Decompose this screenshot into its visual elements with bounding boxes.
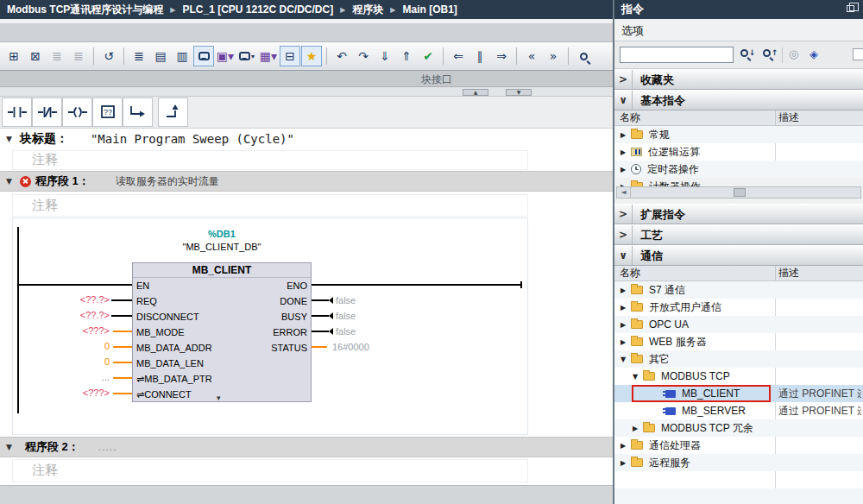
- network-comments-button[interactable]: ▥: [172, 46, 192, 66]
- interface-splitter[interactable]: ▲ ▼: [0, 87, 613, 97]
- disconnect-operand[interactable]: <??.?>: [35, 309, 110, 321]
- go-online-button[interactable]: ✔: [418, 46, 438, 66]
- breadcrumb-project[interactable]: Modbus TCP通讯程序设计与编程: [7, 3, 163, 17]
- expand-arrow-icon[interactable]: ▶: [619, 442, 627, 450]
- filter-profile-button[interactable]: ◎: [789, 47, 798, 60]
- chevron-right-icon[interactable]: >: [614, 70, 633, 89]
- close-branch-button[interactable]: [158, 98, 188, 127]
- column-desc-label[interactable]: 描述: [778, 266, 799, 280]
- reset-start-values-button[interactable]: ↺: [98, 46, 119, 66]
- network-1-canvas[interactable]: %DB1 "MB_CLIENT_DB" MB_CLIENT EN REQ DIS…: [12, 217, 528, 435]
- float-window-icon[interactable]: [847, 5, 854, 12]
- busy-value[interactable]: false: [336, 310, 356, 322]
- toggle-comments-button[interactable]: [193, 46, 214, 66]
- mb-client-block[interactable]: MB_CLIENT EN REQ DISCONNECT MB_MODE MB_D…: [132, 262, 312, 402]
- pin-eno[interactable]: ENO: [224, 278, 311, 293]
- tree-item-modbus-tcp[interactable]: ▼ MODBUS TCP: [614, 368, 863, 385]
- basic-horizontal-scrollbar[interactable]: ◄: [616, 186, 861, 198]
- block-title-value[interactable]: "Main Program Sweep (Cycle)": [91, 132, 294, 146]
- network-1-title[interactable]: 读取服务器的实时流量: [116, 174, 219, 189]
- section-technology[interactable]: > 工艺: [614, 224, 863, 245]
- next-bookmark-button[interactable]: »: [543, 46, 564, 66]
- breadcrumb-program-blocks[interactable]: 程序块: [352, 3, 383, 17]
- block-collapse-icon[interactable]: ▾: [217, 394, 221, 402]
- options-bar[interactable]: 选项: [614, 19, 863, 41]
- column-name-label[interactable]: 名称: [620, 111, 640, 123]
- collapse-arrow-icon[interactable]: ▼: [6, 443, 16, 451]
- network-2-comment[interactable]: 注释: [12, 459, 528, 482]
- download-block-button[interactable]: ⇓: [375, 46, 395, 66]
- tree-item-s7-communication[interactable]: ▶ S7 通信: [614, 281, 863, 299]
- breadcrumb-plc[interactable]: PLC_1 [CPU 1212C DC/DC/DC]: [182, 3, 333, 16]
- operand-format-button[interactable]: ▦▾: [258, 46, 279, 66]
- breadcrumb-main-ob1[interactable]: Main [OB1]: [403, 3, 457, 16]
- previous-error-button[interactable]: ↶: [331, 46, 352, 66]
- find-replace-button[interactable]: [573, 46, 594, 66]
- chevron-down-icon[interactable]: ∨: [614, 246, 633, 265]
- tree-item-general[interactable]: ▶ 常规: [614, 126, 863, 143]
- find-previous-button[interactable]: ↑: [763, 48, 778, 57]
- insert-network-button[interactable]: ⊞: [3, 46, 24, 66]
- tree-item-opc-ua[interactable]: ▶ OPC UA: [614, 316, 863, 333]
- scroll-left-button[interactable]: ◄: [617, 187, 631, 198]
- instance-db-name[interactable]: "MB_CLIENT_DB": [132, 242, 312, 252]
- pin-error[interactable]: ERROR: [224, 324, 311, 340]
- column-divider[interactable]: [775, 266, 776, 281]
- tree-item-web-server[interactable]: ▶ WEB 服务器: [614, 333, 863, 350]
- box-parameters-button[interactable]: ▣▾: [215, 46, 236, 66]
- section-favorites[interactable]: > 收藏夹: [614, 69, 863, 90]
- expand-arrow-icon[interactable]: ▶: [619, 131, 627, 139]
- next-error-button[interactable]: ↷: [353, 46, 374, 66]
- expand-arrow-icon[interactable]: ▶: [619, 321, 627, 329]
- tree-item-timers[interactable]: ▶ 定时器操作: [614, 161, 863, 178]
- tree-item-communication-processors[interactable]: ▶ 通信处理器: [614, 437, 863, 454]
- expand-arrow-icon[interactable]: ▼: [619, 356, 627, 363]
- delete-row-button[interactable]: ≣: [68, 46, 89, 66]
- insert-comment-button[interactable]: ▾: [236, 46, 257, 66]
- status-value[interactable]: 16#0000: [332, 341, 369, 353]
- search-input[interactable]: [620, 47, 734, 63]
- open-branch-button[interactable]: [123, 98, 153, 127]
- tree-item-mb-server[interactable]: MB_SERVER 通过 PROFINET 连: [614, 402, 863, 419]
- pin-status[interactable]: STATUS: [224, 340, 311, 356]
- tree-item-mb-client[interactable]: MB_CLIENT 通过 PROFINET 连: [614, 385, 863, 402]
- favorites-toggle-button[interactable]: ★: [301, 46, 322, 66]
- collapse-arrow-icon[interactable]: ▼: [6, 177, 16, 186]
- interface-expand-up-button[interactable]: ▲: [463, 89, 488, 96]
- jump-to-definition-button[interactable]: ⇐: [448, 46, 469, 66]
- tree-item-bit-logic[interactable]: ▶ 位逻辑运算: [614, 143, 863, 161]
- find-next-button[interactable]: ↓: [740, 48, 756, 57]
- absolute-operands-button[interactable]: ≣: [129, 46, 149, 66]
- expand-arrow-icon[interactable]: ▶: [619, 148, 627, 156]
- mb-data-addr-operand[interactable]: 0: [35, 340, 110, 352]
- pin-mb-data-ptr[interactable]: ⇌MB_DATA_PTR: [133, 371, 245, 387]
- done-value[interactable]: false: [336, 294, 356, 306]
- change-profile-button[interactable]: ◈: [809, 47, 818, 60]
- tree-item-remote-services[interactable]: ▶ 远程服务: [614, 454, 863, 471]
- set-bookmark-button[interactable]: ∥: [469, 46, 490, 66]
- collapse-arrow-icon[interactable]: ▼: [6, 135, 12, 143]
- expand-arrow-icon[interactable]: ▶: [631, 425, 639, 432]
- connect-operand[interactable]: <???>: [35, 387, 110, 399]
- mb-mode-operand[interactable]: <???>: [35, 324, 110, 337]
- upload-block-button[interactable]: ⇑: [396, 46, 417, 66]
- chevron-down-icon[interactable]: ∨: [614, 91, 633, 110]
- tree-item-others[interactable]: ▼ 其它: [614, 350, 863, 368]
- chevron-right-icon[interactable]: >: [614, 205, 633, 224]
- scrollbar-thumb[interactable]: [734, 188, 746, 197]
- network-1-comment[interactable]: 注释: [12, 194, 528, 217]
- tree-item-counters[interactable]: ▶ 计数器操作: [614, 178, 863, 186]
- pin-connect[interactable]: ⇌CONNECT: [133, 387, 245, 402]
- expand-arrow-icon[interactable]: ▶: [619, 338, 627, 346]
- expand-arrow-icon[interactable]: ▶: [619, 166, 627, 173]
- req-operand[interactable]: <??.?>: [35, 293, 110, 306]
- expand-arrow-icon[interactable]: ▶: [619, 287, 627, 294]
- instance-db-number[interactable]: %DB1: [132, 229, 312, 239]
- empty-box-button[interactable]: ??: [92, 98, 123, 127]
- previous-bookmark-button[interactable]: «: [521, 46, 542, 66]
- expand-arrow-icon[interactable]: ▼: [631, 373, 639, 381]
- chevron-right-icon[interactable]: >: [614, 225, 633, 244]
- insert-row-button[interactable]: ≣: [47, 46, 67, 66]
- expand-arrow-icon[interactable]: ▶: [619, 304, 627, 312]
- tree-item-open-user-communication[interactable]: ▶ 开放式用户通信: [614, 299, 863, 316]
